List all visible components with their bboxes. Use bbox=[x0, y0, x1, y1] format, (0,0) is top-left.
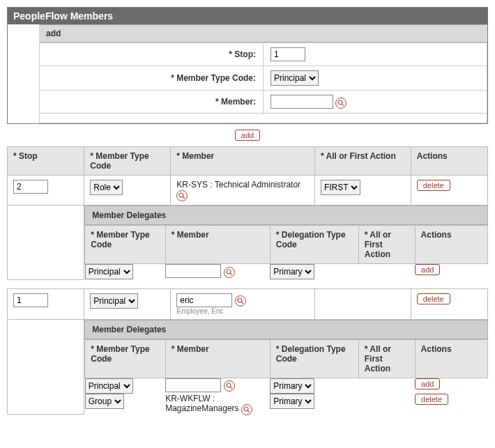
delegate-member-input[interactable] bbox=[165, 264, 221, 278]
member-type-select[interactable]: Principal bbox=[271, 70, 319, 86]
delegate-row: GroupKR-WKFLW : MagazineManagers Primary… bbox=[85, 394, 487, 415]
col-delegation-type: * Delegation Type Code bbox=[270, 226, 358, 264]
svg-line-11 bbox=[247, 410, 250, 412]
delegation-type-select[interactable]: Primary bbox=[270, 264, 314, 279]
delete-button[interactable]: delete bbox=[417, 293, 450, 304]
member-input[interactable] bbox=[271, 95, 333, 109]
col-all-first: * All or First Action bbox=[314, 147, 411, 176]
col-member: * Member bbox=[165, 339, 270, 378]
member-type-row-select[interactable]: Role bbox=[90, 180, 123, 195]
add-form-table: * Stop: * Member Type Code: Principal * … bbox=[39, 43, 487, 123]
svg-line-1 bbox=[342, 104, 344, 106]
delegate-action-cell bbox=[358, 394, 415, 415]
delegate-member-type-select[interactable]: Group bbox=[85, 394, 124, 409]
delegate-row: Principal Primaryadd bbox=[85, 378, 487, 394]
stop-label: * Stop: bbox=[40, 43, 264, 66]
delegate-row: Principal Primaryadd bbox=[85, 264, 487, 280]
delegate-member-text: KR-WKFLW : MagazineManagers bbox=[165, 394, 238, 413]
col-member-type: * Member Type Code bbox=[85, 226, 165, 264]
member-delegates-title: Member Delegates bbox=[84, 320, 487, 339]
member-row-input[interactable] bbox=[176, 293, 232, 307]
col-stop: * Stop bbox=[8, 147, 84, 176]
svg-line-3 bbox=[183, 196, 185, 199]
member-type-label: * Member Type Code: bbox=[40, 66, 264, 91]
search-icon[interactable] bbox=[224, 267, 235, 278]
col-actions: Actions bbox=[411, 147, 487, 176]
add-button[interactable]: add bbox=[415, 264, 440, 275]
svg-point-2 bbox=[179, 193, 183, 197]
delegate-member-input[interactable] bbox=[165, 378, 221, 392]
member-row-text: KR-SYS : Technical Administrator bbox=[176, 180, 300, 190]
delegation-type-select[interactable]: Primary bbox=[270, 378, 314, 394]
col-actions: Actions bbox=[415, 226, 487, 264]
search-icon[interactable] bbox=[335, 98, 346, 109]
delete-button[interactable]: delete bbox=[415, 394, 448, 405]
members-grid: * Stop* Member Type Code* Member* All or… bbox=[7, 146, 488, 415]
col-member: * Member bbox=[165, 226, 270, 264]
col-all-first: * All or First Action bbox=[358, 226, 415, 264]
peopleflow-members-panel: PeopleFlow Members add * Stop: * Member … bbox=[7, 7, 488, 124]
stop-row-input[interactable] bbox=[13, 180, 48, 194]
svg-point-10 bbox=[244, 407, 248, 411]
search-icon[interactable] bbox=[241, 404, 252, 415]
svg-point-6 bbox=[238, 298, 242, 302]
col-delegation-type: * Delegation Type Code bbox=[270, 339, 358, 378]
member-row: Principal Employee, Ericdelete bbox=[8, 288, 488, 319]
add-button[interactable]: add bbox=[235, 130, 260, 141]
all-first-select[interactable]: FIRST bbox=[321, 180, 360, 195]
search-icon[interactable] bbox=[235, 295, 246, 307]
member-type-row-select[interactable]: Principal bbox=[90, 293, 138, 309]
search-icon[interactable] bbox=[224, 380, 235, 392]
add-section-title: add bbox=[39, 24, 487, 43]
member-label: * Member: bbox=[40, 91, 264, 114]
svg-point-0 bbox=[338, 100, 342, 105]
add-button[interactable]: add bbox=[415, 378, 440, 389]
delegate-action-cell bbox=[358, 264, 415, 280]
svg-line-9 bbox=[230, 387, 232, 389]
col-member-type: * Member Type Code bbox=[85, 339, 165, 378]
delegation-type-select[interactable]: Primary bbox=[270, 394, 314, 409]
delegates-grid: * Member Type Code* Member* Delegation T… bbox=[84, 225, 487, 279]
member-hint: Employee, Eric bbox=[176, 307, 309, 315]
col-all-first: * All or First Action bbox=[358, 339, 415, 378]
delegates-wrap: Member Delegates* Member Type Code* Memb… bbox=[8, 319, 488, 415]
svg-point-4 bbox=[227, 270, 231, 274]
stop-input[interactable] bbox=[271, 47, 305, 61]
svg-line-5 bbox=[230, 273, 232, 275]
panel-title: PeopleFlow Members bbox=[8, 8, 487, 24]
delegate-action-cell bbox=[358, 378, 415, 394]
delegate-member-type-select[interactable]: Principal bbox=[85, 378, 133, 394]
delegates-grid: * Member Type Code* Member* Delegation T… bbox=[84, 339, 487, 415]
col-actions: Actions bbox=[415, 339, 487, 378]
col-member-type: * Member Type Code bbox=[84, 147, 171, 176]
col-member: * Member bbox=[171, 147, 315, 176]
delegates-wrap: Member Delegates* Member Type Code* Memb… bbox=[8, 206, 488, 280]
delete-button[interactable]: delete bbox=[417, 180, 450, 191]
svg-line-7 bbox=[241, 302, 243, 304]
svg-point-8 bbox=[227, 383, 231, 387]
stop-row-input[interactable] bbox=[13, 293, 48, 307]
search-icon[interactable] bbox=[176, 190, 188, 201]
member-delegates-title: Member Delegates bbox=[84, 206, 487, 225]
delegate-member-type-select[interactable]: Principal bbox=[85, 264, 133, 279]
member-row: RoleKR-SYS : Technical Administrator FIR… bbox=[8, 176, 488, 206]
